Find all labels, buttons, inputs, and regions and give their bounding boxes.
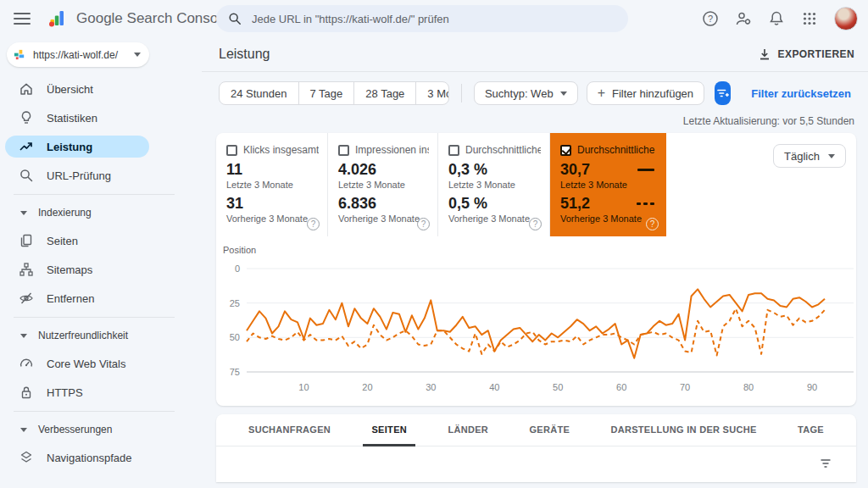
- help-icon[interactable]: ?: [529, 218, 542, 230]
- solid-line-legend-icon: [637, 169, 654, 171]
- sidebar-item-label: Statistiken: [47, 112, 97, 125]
- help-icon[interactable]: ?: [307, 218, 320, 230]
- url-inspection-input[interactable]: [252, 13, 616, 25]
- range-3m-button[interactable]: 3 Monate: [415, 82, 449, 104]
- sidebar-item-leistung[interactable]: Leistung: [5, 136, 149, 158]
- download-icon: [758, 47, 771, 61]
- metric-current-caption: Letzte 3 Monate: [448, 180, 541, 190]
- metric-card-clicks[interactable]: Klicks insgesamt 11 Letzte 3 Monate 31 V…: [216, 133, 328, 236]
- table-toolbar: [216, 446, 856, 480]
- sidebar-item-core-web-vitals[interactable]: Core Web Vitals: [0, 352, 202, 374]
- page-header: Leistung EXPORTIEREN: [202, 37, 868, 72]
- metric-title: Impressionen insges...: [355, 144, 429, 156]
- sidebar-section-label: Verbesserungen: [38, 424, 112, 435]
- metric-title: Durchschnittliche Po...: [577, 144, 658, 156]
- user-avatar[interactable]: [834, 7, 858, 30]
- sidebar-section-indexierung[interactable]: Indexierung: [0, 202, 202, 223]
- sidebar-section-verbesserungen[interactable]: Verbesserungen: [0, 419, 202, 440]
- help-icon[interactable]: ?: [417, 218, 430, 230]
- position-line-chart[interactable]: 0255075102030405060708090: [221, 255, 856, 401]
- sidebar-item-url-pruefung[interactable]: URL-Prüfung: [0, 164, 202, 186]
- chart-y-axis-label: Position: [223, 245, 854, 255]
- sidebar-item-uebersicht[interactable]: Übersicht: [0, 78, 202, 100]
- sidebar-divider: [14, 411, 175, 412]
- metric-previous-value: 51,2: [560, 196, 590, 213]
- sidebar-item-label: Sitemaps: [47, 263, 92, 276]
- tab-laender[interactable]: LÄNDER: [439, 414, 497, 446]
- help-icon[interactable]: ?: [646, 218, 659, 230]
- granularity-dropdown[interactable]: Täglich: [773, 144, 846, 168]
- metric-current-value: 4.026: [338, 162, 376, 179]
- search-icon: [228, 12, 242, 25]
- metric-previous-value: 6.836: [338, 196, 376, 213]
- property-selector[interactable]: https://kati-wolf.de/: [7, 42, 149, 67]
- user-settings-icon[interactable]: [735, 10, 752, 27]
- sidebar-item-https[interactable]: HTTPS: [0, 381, 202, 403]
- sidebar-item-navigationspfade[interactable]: Navigationspfade: [0, 446, 202, 469]
- notifications-bell-icon[interactable]: [768, 10, 785, 27]
- range-7d-button[interactable]: 7 Tage: [298, 82, 354, 104]
- sidebar-item-label: Core Web Vitals: [47, 358, 125, 370]
- sidebar-item-statistiken[interactable]: Statistiken: [0, 107, 202, 129]
- range-24h-button[interactable]: 24 Stunden: [220, 82, 298, 104]
- sidebar-item-sitemaps[interactable]: Sitemaps: [0, 258, 202, 280]
- sidebar-divider: [14, 317, 175, 318]
- sidebar-section-nutzerfreundlichkeit[interactable]: Nutzerfreundlichkeit: [0, 325, 202, 346]
- sidebar-nav: Übersicht Statistiken Leistung URL-Prüfu…: [0, 78, 202, 469]
- svg-text:70: 70: [680, 382, 690, 392]
- property-url: https://kati-wolf.de/: [33, 49, 134, 61]
- sidebar-item-label: HTTPS: [47, 386, 83, 399]
- chevron-down-icon: [20, 334, 27, 338]
- reset-filters-link[interactable]: Filter zurücksetzen: [751, 87, 851, 100]
- metric-card-impressions[interactable]: Impressionen insges... 4.026 Letzte 3 Mo…: [328, 133, 438, 236]
- tab-suchanfragen[interactable]: SUCHANFRAGEN: [240, 414, 339, 446]
- table-filter-icon[interactable]: [819, 457, 832, 470]
- metric-current-value: 30,7: [560, 162, 590, 179]
- export-button[interactable]: EXPORTIEREN: [758, 47, 854, 61]
- metric-cards-row: Klicks insgesamt 11 Letzte 3 Monate 31 V…: [216, 133, 856, 236]
- sidebar: https://kati-wolf.de/ Übersicht Statisti…: [0, 37, 202, 488]
- speedometer-icon: [19, 356, 34, 371]
- home-icon: [19, 81, 34, 97]
- search-type-chip[interactable]: Suchtyp: Web: [474, 81, 578, 105]
- metric-title: Durchschnittliche CTR: [465, 144, 541, 156]
- chart-area: Position 0255075102030405060708090: [216, 236, 856, 406]
- hamburger-menu-icon[interactable]: [14, 9, 31, 28]
- tab-seiten[interactable]: SEITEN: [363, 414, 415, 446]
- metric-card-position[interactable]: Durchschnittliche Po... 30,7 Letzte 3 Mo…: [550, 133, 666, 236]
- divider: [461, 84, 462, 103]
- tab-darstellung[interactable]: DARSTELLUNG IN DER SUCHE: [602, 414, 765, 446]
- tab-geraete[interactable]: GERÄTE: [520, 414, 578, 446]
- sidebar-item-seiten[interactable]: Seiten: [0, 230, 202, 252]
- metric-previous-caption: Vorherige 3 Monate: [226, 214, 319, 224]
- checkbox-unchecked-icon[interactable]: [226, 145, 237, 156]
- tab-tage[interactable]: TAGE: [789, 414, 832, 446]
- checkbox-unchecked-icon[interactable]: [338, 145, 349, 156]
- main-content: Leistung EXPORTIEREN 24 Stunden 7 Tage 2…: [202, 37, 868, 488]
- url-inspection-bar[interactable]: [216, 5, 628, 32]
- lock-icon: [19, 385, 34, 400]
- dimension-tabs: SUCHANFRAGEN SEITEN LÄNDER GERÄTE DARSTE…: [216, 414, 856, 446]
- performance-trend-icon: [19, 139, 34, 154]
- sidebar-item-label: Leistung: [47, 141, 92, 153]
- metric-previous-caption: Vorherige 3 Monate: [338, 214, 429, 224]
- apps-grid-icon[interactable]: [801, 10, 818, 27]
- add-filter-chip[interactable]: + Filter hinzufügen: [587, 81, 704, 105]
- checkbox-checked-icon[interactable]: [560, 145, 571, 156]
- dimensions-card: SUCHANFRAGEN SEITEN LÄNDER GERÄTE DARSTE…: [216, 414, 856, 482]
- filter-settings-button[interactable]: [715, 81, 731, 105]
- metric-card-ctr[interactable]: Durchschnittliche CTR 0,3 % Letzte 3 Mon…: [438, 133, 550, 236]
- svg-text:30: 30: [426, 382, 436, 392]
- checkbox-unchecked-icon[interactable]: [448, 145, 459, 156]
- metric-current-caption: Letzte 3 Monate: [338, 180, 429, 190]
- magnifier-icon: [19, 168, 34, 183]
- filter-row: 24 Stunden 7 Tage 28 Tage 3 Monate Vergl…: [202, 81, 868, 105]
- sidebar-item-label: Übersicht: [47, 83, 93, 96]
- sidebar-divider: [14, 194, 175, 195]
- page-title: Leistung: [219, 47, 270, 62]
- range-28d-button[interactable]: 28 Tage: [353, 82, 415, 104]
- sidebar-item-entfernen[interactable]: Entfernen: [0, 287, 202, 309]
- metric-current-value: 0,3 %: [448, 162, 487, 179]
- help-icon[interactable]: ?: [702, 10, 719, 27]
- svg-text:75: 75: [230, 367, 240, 377]
